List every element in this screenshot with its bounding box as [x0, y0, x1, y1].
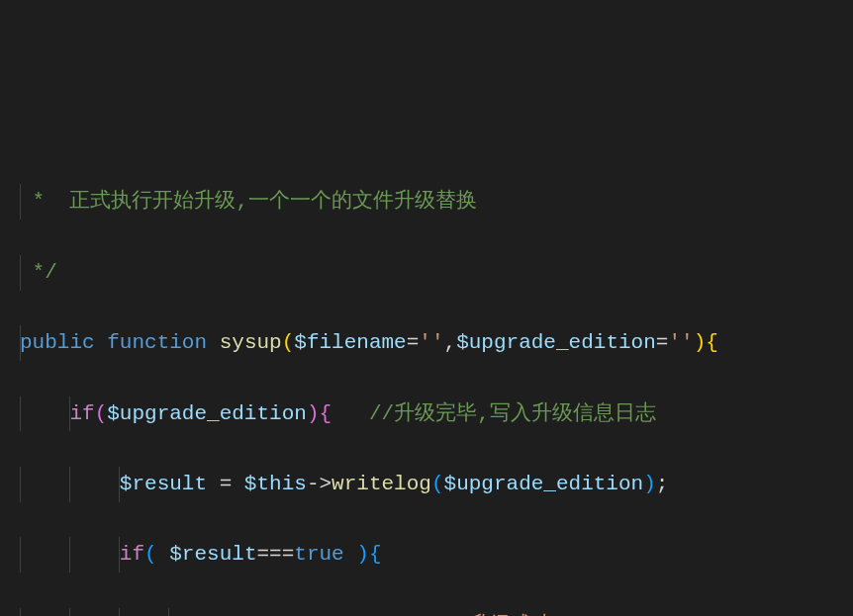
variable: $upgrade_edition — [456, 331, 656, 354]
comment-text: * 正式执行开始升级,一个一个的文件升级替换 — [20, 190, 477, 213]
code-line: return $this->ok_js([],'升级成功'); — [0, 608, 853, 616]
string: '' — [668, 331, 693, 354]
variable: $upgrade_edition — [444, 473, 644, 495]
semi: ; — [656, 473, 669, 495]
comment-close: */ — [20, 261, 57, 284]
string: '' — [419, 331, 443, 354]
function-name: sysup — [220, 331, 282, 354]
paren: ) — [694, 331, 707, 354]
variable: $result — [169, 543, 256, 566]
brace: { — [320, 402, 332, 425]
code-line: if( $result===true ){ — [0, 537, 853, 572]
code-line: * 正式执行开始升级,一个一个的文件升级替换 — [0, 184, 853, 220]
variable: $this — [244, 473, 307, 495]
code-line: if($upgrade_edition){ //升级完毕,写入升级信息日志 — [0, 396, 853, 432]
comma: , — [444, 331, 457, 354]
keyword-function: function — [107, 331, 207, 354]
paren: ) — [643, 473, 656, 495]
comment-text: //升级完毕,写入升级信息日志 — [369, 402, 656, 425]
paren: ( — [282, 331, 295, 354]
keyword-if: if — [69, 402, 94, 425]
paren: ( — [95, 402, 108, 425]
code-line: */ — [0, 255, 853, 291]
code-editor[interactable]: * 正式执行开始升级,一个一个的文件升级替换 */ public functio… — [0, 149, 853, 616]
operator: = — [207, 473, 244, 495]
code-line: $result = $this->writelog($upgrade_editi… — [0, 467, 853, 502]
variable: $result — [120, 473, 207, 495]
keyword-if: if — [120, 543, 144, 566]
paren: ) — [307, 402, 320, 425]
method-name: writelog — [332, 473, 431, 495]
operator: = — [656, 331, 669, 354]
brace: { — [369, 543, 382, 566]
code-line: public function sysup($filename='',$upgr… — [0, 325, 853, 361]
keyword-public: public — [20, 331, 95, 354]
literal: true — [294, 543, 343, 566]
arrow-op: -> — [307, 473, 332, 495]
paren: ( — [144, 543, 157, 566]
variable: $filename — [294, 331, 406, 354]
operator: = — [407, 331, 420, 354]
variable: $upgrade_edition — [107, 402, 307, 425]
operator: === — [256, 543, 294, 566]
paren: ( — [431, 473, 444, 495]
paren: ) — [356, 543, 369, 566]
brace: { — [706, 331, 718, 354]
